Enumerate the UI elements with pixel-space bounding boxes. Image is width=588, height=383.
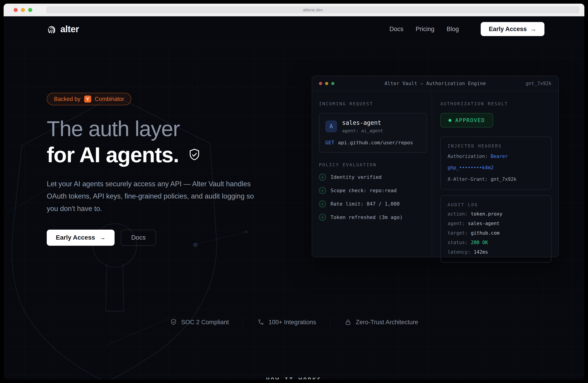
trust-item-integrations: 100+ Integrations	[257, 319, 316, 326]
request-endpoint: api.github.com/user/repos	[338, 140, 413, 146]
http-method: GET	[325, 140, 334, 146]
hero-title-line2: for AI agents.	[47, 142, 179, 168]
check-icon: ✓	[319, 200, 326, 207]
grant-token: gnt_7x92k	[525, 81, 551, 86]
header-early-access-label: Early Access	[489, 26, 527, 33]
nav-link-pricing[interactable]: Pricing	[416, 26, 434, 33]
window-close-button[interactable]	[14, 8, 18, 12]
fingerprint-icon	[47, 24, 57, 34]
grant-header-value: gnt_7x92k	[491, 176, 517, 182]
how-it-works-label: HOW IT WORKS	[4, 377, 584, 379]
arrow-right-icon: →	[100, 234, 105, 240]
vault-card-body: INCOMING REQUEST A sales-agent agent: ai…	[312, 91, 558, 257]
vault-card-header: Alter Vault — Authorization Engine gnt_7…	[312, 76, 558, 91]
audit-row: status:200 OK	[448, 240, 544, 245]
y-combinator-icon: Y	[84, 96, 91, 103]
audit-log-label: AUDIT LOG	[448, 202, 544, 207]
check-icon: ✓	[319, 187, 326, 194]
git-branch-icon	[257, 319, 265, 326]
badge-prefix: Backed by	[54, 96, 81, 102]
agent-name: sales-agent	[342, 119, 383, 126]
lock-icon	[344, 319, 352, 326]
injected-headers-label: INJECTED HEADERS	[448, 143, 544, 149]
policy-item: ✓ Token refreshed (3m ago)	[319, 214, 427, 221]
policy-evaluation-label: POLICY EVALUATION	[319, 162, 427, 167]
approved-status-badge: APPROVED	[440, 113, 493, 128]
authorization-result-label: AUTHORIZATION RESULT	[440, 101, 551, 106]
browser-window: alterai.dev	[4, 4, 584, 379]
landing-page: alter Docs Pricing Blog Early Access → B…	[4, 16, 584, 379]
main-nav: Docs Pricing Blog Early Access →	[390, 22, 545, 36]
nav-link-docs[interactable]: Docs	[390, 26, 403, 33]
address-bar[interactable]: alterai.dev	[46, 6, 579, 13]
header-early-access-button[interactable]: Early Access →	[481, 22, 545, 36]
trust-item-zero-trust: Zero-Trust Architecture	[344, 319, 418, 326]
audit-row: action:token.proxy	[448, 211, 544, 217]
browser-chrome: alterai.dev	[4, 4, 584, 16]
check-icon: ✓	[319, 214, 326, 221]
window-minimize-button[interactable]	[21, 8, 25, 12]
brand-name: alter	[60, 24, 79, 34]
agent-meta: agent: ai_agent	[342, 128, 383, 133]
policy-item: ✓ Rate limit: 847 / 1,000	[319, 200, 427, 207]
window-zoom-button[interactable]	[28, 8, 32, 12]
url-text: alterai.dev	[303, 7, 323, 13]
result-column: AUTHORIZATION RESULT APPROVED INJECTED H…	[432, 91, 558, 257]
status-ok-value: 200 OK	[471, 240, 488, 245]
hero-subtitle: Let your AI agents securely access any A…	[47, 178, 258, 215]
divider	[330, 318, 330, 326]
injected-headers-panel: INJECTED HEADERS Authorization: Bearer g…	[440, 137, 551, 190]
audit-log-panel: AUDIT LOG action:token.proxy agent:sales…	[440, 195, 551, 262]
grant-header-key: X-Alter-Grant:	[448, 176, 488, 182]
status-dot-icon	[448, 119, 451, 122]
agent-avatar: A	[325, 121, 337, 132]
trust-item-soc2: SOC 2 Compliant	[170, 319, 229, 326]
trust-bar: SOC 2 Compliant 100+ Integrations	[4, 310, 584, 334]
authorization-header-key: Authorization:	[448, 154, 488, 159]
shield-check-icon	[170, 319, 177, 326]
policy-list: ✓ Identity verified ✓ Scope check: repo:…	[319, 173, 427, 221]
policy-item: ✓ Identity verified	[319, 173, 427, 181]
hero-docs-button[interactable]: Docs	[121, 230, 156, 246]
hero-docs-label: Docs	[131, 234, 146, 241]
vault-card-title: Alter Vault — Authorization Engine	[312, 81, 558, 86]
masked-token: ghp_••••••••k4m2	[448, 165, 493, 170]
nav-link-blog[interactable]: Blog	[447, 26, 459, 33]
yc-badge: Backed by Y Combinator	[47, 93, 131, 105]
badge-suffix: Combinator	[95, 96, 124, 102]
site-header: alter Docs Pricing Blog Early Access →	[4, 16, 584, 42]
shield-check-icon	[188, 148, 201, 162]
audit-row: target:github.com	[448, 230, 544, 236]
audit-row: latency:142ms	[448, 249, 544, 255]
hero-early-access-label: Early Access	[56, 234, 95, 241]
divider	[243, 318, 243, 326]
request-column: INCOMING REQUEST A sales-agent agent: ai…	[312, 91, 432, 257]
incoming-request-panel: A sales-agent agent: ai_agent GETapi.git…	[319, 113, 427, 153]
vault-demo-card: Alter Vault — Authorization Engine gnt_7…	[312, 76, 559, 257]
authorization-header-value: Bearer	[491, 154, 508, 159]
audit-row: agent:sales-agent	[448, 221, 544, 226]
incoming-request-label: INCOMING REQUEST	[319, 101, 427, 106]
arrow-right-icon: →	[530, 26, 536, 32]
policy-item: ✓ Scope check: repo:read	[319, 187, 427, 194]
brand-logo[interactable]: alter	[47, 24, 79, 34]
check-icon: ✓	[319, 173, 326, 181]
status-text: APPROVED	[455, 117, 485, 123]
hero-early-access-button[interactable]: Early Access →	[47, 230, 115, 246]
